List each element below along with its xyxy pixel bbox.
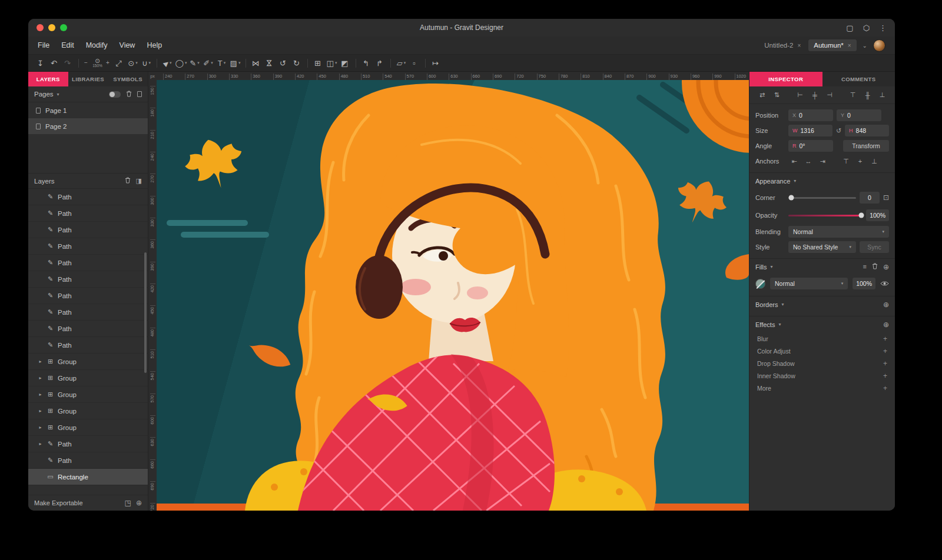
- add-effect-plus-icon[interactable]: +: [883, 372, 887, 380]
- layer-row[interactable]: ▸ Group: [28, 403, 148, 419]
- tabs-dropdown-icon[interactable]: ⌄: [863, 42, 867, 49]
- layer-row[interactable]: Path: [28, 271, 148, 288]
- add-fill-icon[interactable]: ⊕: [883, 263, 889, 271]
- layer-row[interactable]: Path: [28, 205, 148, 222]
- marquee-icon[interactable]: ▫: [408, 56, 422, 70]
- add-page-icon[interactable]: [137, 91, 142, 97]
- effect-row[interactable]: Blur +: [749, 332, 895, 345]
- zoom-in-icon[interactable]: +: [104, 56, 112, 70]
- close-window-icon[interactable]: [37, 24, 44, 31]
- position-x-field[interactable]: X 0: [788, 109, 833, 121]
- horizontal-ruler[interactable]: 240 270 300 330 360 390 420 450 480: [157, 72, 749, 80]
- doc-tab-untitled-2[interactable]: Untitled-2 ×: [759, 39, 806, 51]
- expand-arrow-icon[interactable]: ▸: [38, 425, 43, 430]
- add-effect-icon[interactable]: ⊕: [883, 321, 889, 329]
- menu-item[interactable]: View: [120, 41, 135, 49]
- opacity-value[interactable]: 100%: [866, 209, 889, 221]
- layer-row[interactable]: Path: [28, 337, 148, 354]
- height-field[interactable]: H 848: [845, 125, 889, 136]
- delete-fill-icon[interactable]: [872, 263, 878, 271]
- effect-row[interactable]: Drop Shadow +: [749, 357, 895, 369]
- corner-value[interactable]: 0: [860, 192, 880, 204]
- user-avatar[interactable]: [873, 39, 885, 52]
- appearance-header[interactable]: Appearance ▾: [749, 172, 895, 189]
- expand-arrow-icon[interactable]: ▸: [38, 408, 43, 414]
- fill-options-icon[interactable]: ≡: [863, 264, 867, 270]
- align-top-icon[interactable]: ⊤: [847, 91, 858, 99]
- expand-arrow-icon[interactable]: ▸: [38, 441, 43, 446]
- menu-item[interactable]: File: [38, 41, 49, 49]
- align-middle-icon[interactable]: ╫: [862, 92, 873, 99]
- add-effect-plus-icon[interactable]: +: [883, 347, 887, 355]
- rotate-cw-icon[interactable]: ↻: [290, 56, 304, 70]
- vertical-ruler[interactable]: 150 180 210 240 270 300 330 360 390: [148, 80, 157, 511]
- page-row[interactable]: Page 2: [28, 118, 148, 134]
- text-tool[interactable]: T ▾: [215, 56, 228, 70]
- effects-header[interactable]: Effects ▾ ⊕: [749, 316, 895, 332]
- add-effect-plus-icon[interactable]: +: [883, 384, 887, 392]
- sync-style-button[interactable]: Sync: [860, 241, 889, 253]
- borders-header[interactable]: Borders ▾ ⊕: [749, 296, 895, 312]
- lock-ratio-icon[interactable]: ↺: [836, 127, 841, 135]
- layer-row[interactable]: Path: [28, 452, 148, 469]
- snap-tool[interactable]: ∪ ▾: [140, 56, 153, 70]
- page-row[interactable]: Page 1: [28, 102, 148, 118]
- add-effect-plus-icon[interactable]: +: [883, 359, 887, 368]
- rotate-ccw-icon[interactable]: ↺: [277, 56, 290, 70]
- effect-row[interactable]: Color Adjust +: [749, 345, 895, 357]
- image-tool[interactable]: ▨ ▾: [228, 56, 242, 70]
- corner-options-icon[interactable]: ⊡: [883, 194, 889, 202]
- mask-icon[interactable]: ◩: [339, 56, 352, 70]
- pages-toggle[interactable]: [109, 91, 121, 98]
- flip-horizontal-icon[interactable]: ⇄: [757, 91, 768, 99]
- zoom-tool[interactable]: ⊙ ▾: [126, 56, 140, 70]
- effect-row[interactable]: More +: [749, 382, 895, 394]
- tab-comments[interactable]: COMMENTS: [822, 72, 895, 86]
- delete-layer-icon[interactable]: [125, 177, 131, 185]
- corner-slider[interactable]: [788, 197, 856, 199]
- shape-tool[interactable]: ◯ ▾: [174, 56, 188, 70]
- pen-tool[interactable]: ✎ ▾: [188, 56, 201, 70]
- align-center-horizontal-icon[interactable]: ╪: [810, 92, 821, 99]
- close-tab-icon[interactable]: ×: [848, 42, 851, 49]
- save-icon[interactable]: ↧: [34, 56, 48, 70]
- anchor-middle-icon[interactable]: +: [854, 158, 866, 165]
- anchor-center-icon[interactable]: ↔: [802, 158, 814, 165]
- delete-page-icon[interactable]: [126, 91, 132, 98]
- window-menu-icon[interactable]: ⋮: [879, 24, 887, 32]
- layer-row[interactable]: ▸ Group: [28, 386, 148, 403]
- move-to-back-icon[interactable]: ↱: [373, 56, 387, 70]
- canvas-artwork[interactable]: [157, 80, 749, 511]
- layer-row[interactable]: Rectangle: [28, 469, 148, 485]
- effect-row[interactable]: Inner Shadow +: [749, 369, 895, 382]
- make-exportable-bar[interactable]: Make Exportable ◳ ⊕: [28, 495, 148, 511]
- move-to-front-icon[interactable]: ↰: [360, 56, 373, 70]
- fill-opacity-value[interactable]: 100%: [853, 278, 875, 289]
- position-y-field[interactable]: Y 0: [837, 109, 881, 121]
- layer-row[interactable]: ▸ Group: [28, 354, 148, 370]
- transform-button[interactable]: Transform: [843, 140, 889, 152]
- layer-row[interactable]: ▸ Group: [28, 419, 148, 436]
- add-border-icon[interactable]: ⊕: [883, 301, 889, 309]
- canvas-area[interactable]: px 240 270 300 330 360 390 420 450: [148, 72, 749, 511]
- fill-blend-select[interactable]: Normal ▾: [770, 278, 848, 289]
- width-field[interactable]: W 1316: [788, 125, 832, 136]
- menu-item[interactable]: Modify: [86, 41, 108, 49]
- layer-row[interactable]: Path: [28, 255, 148, 271]
- zoom-level[interactable]: ⊙ 150%: [91, 56, 104, 70]
- transform-tool-icon[interactable]: ▱ ▾: [394, 56, 408, 70]
- minimize-window-icon[interactable]: [48, 24, 55, 31]
- expand-arrow-icon[interactable]: ▸: [38, 392, 43, 397]
- extensions-icon[interactable]: ⬡: [863, 24, 870, 32]
- expand-arrow-icon[interactable]: ▸: [38, 375, 43, 381]
- tab-layers[interactable]: LAYERS: [28, 72, 68, 86]
- undo-icon[interactable]: ↶: [48, 56, 61, 70]
- boolean-ops-icon[interactable]: ◫ ▾: [325, 56, 339, 70]
- add-export-icon[interactable]: ⊕: [136, 499, 142, 507]
- fills-header[interactable]: Fills ▾ ≡ ⊕: [749, 258, 895, 275]
- align-right-icon[interactable]: ⊣: [824, 91, 835, 99]
- export-slice-icon[interactable]: ◳: [125, 499, 131, 507]
- flip-vertical-icon[interactable]: ⋈: [263, 56, 277, 70]
- pointer-tool[interactable]: ▶ ▾: [161, 56, 174, 70]
- fill-visibility-eye-icon[interactable]: [880, 278, 889, 289]
